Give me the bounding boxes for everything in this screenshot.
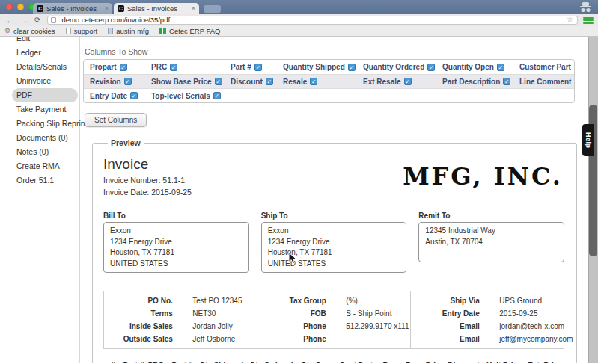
info-value: Test PO 12345	[173, 294, 257, 307]
tab-favicon: C	[118, 5, 124, 12]
bookmark-label: support	[74, 27, 98, 35]
checkbox-checked-icon[interactable]	[310, 78, 317, 85]
checkbox-checked-icon[interactable]	[574, 78, 575, 85]
info-group: PO No.Test PO 12345 TermsNET30 Inside Sa…	[104, 291, 257, 348]
bookmark-star-icon[interactable]: ☆	[567, 16, 573, 23]
sidebar-item-packing-slip-reprint[interactable]: Packing Slip Reprint	[0, 117, 79, 131]
items-header-cell: Unit Price	[483, 361, 524, 363]
url-input[interactable]: demo.cetecerp.com/invoice/35/pdf ☆	[47, 16, 578, 25]
preview-legend: Preview	[108, 138, 144, 147]
sidebar-item-details-serials[interactable]: Details/Serials	[0, 60, 79, 74]
sidebar-item-create-rma[interactable]: Create RMA	[0, 159, 79, 173]
ship-to-box: Exxon 1234 Energy Drive Houston, TX 7718…	[261, 222, 407, 273]
checkbox-checked-icon[interactable]	[404, 78, 412, 85]
order-info-table: PO No.Test PO 12345 TermsNET30 Inside Sa…	[103, 291, 564, 349]
reload-icon[interactable]: ⟳	[31, 15, 43, 25]
gear-icon: ⚙	[4, 28, 10, 34]
address-line: 1234 Energy Drive	[268, 237, 400, 248]
checkbox-checked-icon[interactable]	[503, 78, 510, 85]
invoice-heading: Invoice	[103, 156, 192, 173]
bookmark-item-cetec-erp-faq[interactable]: Cetec ERP FAQ	[159, 27, 220, 35]
info-value: Jeff Osborne	[173, 333, 257, 345]
column-label: Quantity Shipped	[283, 63, 345, 71]
checkbox-checked-icon[interactable]	[348, 64, 356, 71]
bill-to-label: Bill To	[103, 212, 249, 220]
sidebar-item-edit[interactable]: Edit	[0, 37, 79, 46]
checkbox-checked-icon[interactable]	[124, 78, 132, 85]
sidebar-item-ledger[interactable]: Ledger	[0, 46, 79, 60]
checkbox-checked-icon[interactable]	[170, 64, 177, 71]
info-label: FOB	[257, 307, 326, 320]
bookmark-item-support[interactable]: support	[66, 27, 98, 35]
info-label: Entry Date	[411, 307, 480, 320]
info-label: Inside Sales	[104, 320, 173, 333]
sidebar: Edit Ledger Details/Serials Uninvoice PD…	[0, 37, 80, 363]
columns-table: Propart PRC Part # Quantity Shipped Quan…	[83, 59, 575, 103]
minimize-window-button[interactable]	[17, 4, 24, 10]
sidebar-item-order[interactable]: Order 51.1	[0, 173, 79, 188]
tab-close-icon[interactable]: ×	[192, 5, 195, 12]
column-label: Entry Date	[90, 92, 127, 100]
checkbox-checked-icon[interactable]	[120, 64, 127, 71]
columns-row: Entry Date Top-level Serials	[84, 88, 574, 102]
page-icon	[66, 28, 71, 34]
checkbox-checked-icon[interactable]	[213, 92, 221, 99]
checkbox-checked-icon[interactable]	[254, 64, 262, 71]
info-value: UPS Ground	[480, 294, 564, 307]
address-line: Houston, TX 77181	[110, 247, 242, 259]
sidebar-item-documents[interactable]: Documents (0)	[0, 131, 79, 145]
checkbox-checked-icon[interactable]	[497, 64, 504, 71]
browser-titlebar: C Sales - Invoices × C Sales - Invoices …	[0, 0, 598, 14]
info-value: S - Ship Point	[326, 307, 410, 320]
invoice-date: Invoice Date: 2015-09-25	[103, 188, 192, 197]
tab-close-icon[interactable]: ×	[105, 5, 109, 12]
column-label: PRC	[151, 63, 167, 71]
browser-tab-inactive[interactable]: C Sales - Invoices ×	[33, 3, 112, 14]
column-label: Revision	[90, 78, 121, 86]
items-header-cell: Rev	[374, 361, 406, 363]
ship-to-block: Ship To Exxon 1234 Energy Drive Houston,…	[261, 212, 407, 273]
items-header-cell: Discount	[444, 361, 483, 363]
checkbox-checked-icon[interactable]	[266, 78, 273, 85]
help-tab[interactable]: Help	[582, 124, 594, 156]
bookmark-label: austin mfg	[116, 27, 149, 35]
address-line: 1234 Energy Drive	[110, 237, 242, 248]
browser-toolbar: ← → ⟳ demo.cetecerp.com/invoice/35/pdf ☆	[0, 14, 598, 26]
info-label: Tax Group	[257, 294, 326, 307]
column-label: Part #	[231, 63, 251, 71]
bookmarks-bar: ⚙ clear cookies support austin mfg Cetec…	[0, 26, 598, 37]
items-header-cell: Qty Shipped	[197, 361, 245, 363]
column-label: Top-level Serials	[151, 92, 210, 100]
items-header-cell: Cust Part	[338, 361, 373, 363]
checkbox-checked-icon[interactable]	[215, 78, 222, 85]
tab-title: Sales - Invoices	[127, 4, 189, 13]
forward-icon[interactable]: →	[17, 15, 31, 25]
items-table-header: # Part # PRC Part # Qty Shipped Qty Orde…	[103, 361, 564, 363]
mouse-cursor	[288, 252, 297, 265]
new-tab-button[interactable]	[204, 5, 221, 13]
set-columns-button[interactable]: Set Columns	[85, 113, 147, 127]
scrollbar-track[interactable]	[588, 37, 598, 363]
checkbox-checked-icon[interactable]	[130, 92, 138, 99]
browser-menu-icon[interactable]	[583, 16, 594, 25]
browser-tab-active[interactable]: C Sales - Invoices ×	[114, 3, 199, 14]
bookmark-item-clear-cookies[interactable]: ⚙ clear cookies	[4, 27, 55, 35]
columns-row: Propart PRC Part # Quantity Shipped Quan…	[84, 60, 574, 74]
items-header-cell: Qty Ordered	[245, 361, 296, 363]
sidebar-item-take-payment[interactable]: Take Payment	[0, 102, 79, 117]
sidebar-item-notes[interactable]: Notes (0)	[0, 145, 79, 159]
column-label: Ext Resale	[363, 78, 401, 86]
column-label: Propart	[90, 63, 117, 71]
items-header-cell: #	[103, 361, 123, 363]
sidebar-item-uninvoice[interactable]: Uninvoice	[0, 74, 79, 88]
back-icon[interactable]: ←	[3, 15, 17, 25]
close-window-button[interactable]	[6, 4, 13, 10]
column-label: Line Comment	[519, 78, 571, 86]
info-value: (%)	[326, 294, 410, 307]
checkbox-checked-icon[interactable]	[427, 64, 435, 71]
page-icon	[108, 28, 113, 34]
sidebar-item-pdf[interactable]: PDF	[12, 88, 78, 102]
checkbox-checked-icon[interactable]	[574, 64, 575, 71]
column-label: Quantity Ordered	[363, 63, 424, 71]
bookmark-item-austin-mfg[interactable]: austin mfg	[108, 27, 149, 35]
